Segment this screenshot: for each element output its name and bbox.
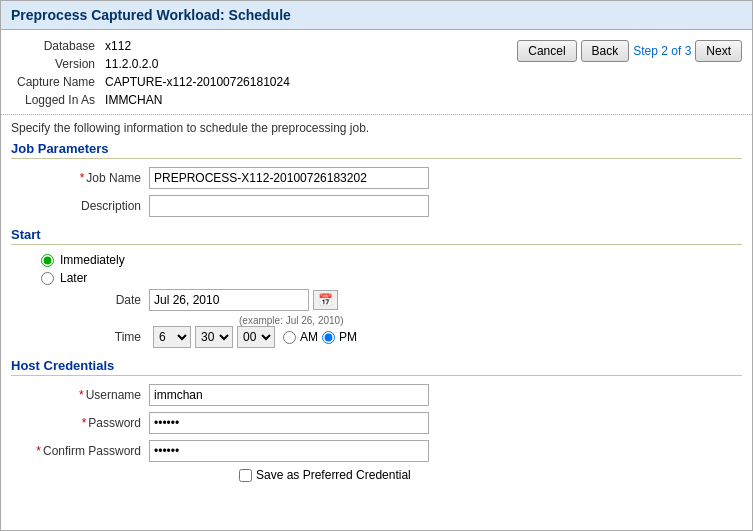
required-star-confirm: * [36, 444, 41, 458]
date-label: Date [31, 293, 141, 307]
instructions: Specify the following information to sch… [1, 115, 752, 141]
cancel-button[interactable]: Cancel [517, 40, 576, 62]
required-star-password: * [82, 416, 87, 430]
am-label: AM [300, 330, 318, 344]
job-name-row: *Job Name [11, 167, 742, 189]
description-row: Description [11, 195, 742, 217]
immediately-radio[interactable] [41, 254, 54, 267]
date-hint: (example: Jul 26, 2010) [11, 315, 742, 326]
host-credentials-title: Host Credentials [11, 358, 742, 376]
header-table: Database x112 Version 11.2.0.2.0 Capture… [11, 36, 296, 110]
logged-in-label: Logged In As [13, 92, 99, 108]
header-info: Database x112 Version 11.2.0.2.0 Capture… [1, 30, 752, 115]
later-radio[interactable] [41, 272, 54, 285]
job-name-input[interactable] [149, 167, 429, 189]
am-pm-group: AM PM [283, 330, 357, 344]
job-parameters-title: Job Parameters [11, 141, 742, 159]
confirm-password-row: *Confirm Password [11, 440, 742, 462]
confirm-password-label: *Confirm Password [31, 444, 141, 458]
time-row: Time 6 12345 789101112 30 00051015202535… [11, 326, 742, 348]
start-title: Start [11, 227, 742, 245]
description-label: Description [31, 199, 141, 213]
time-hour-select[interactable]: 6 12345 789101112 [153, 326, 191, 348]
time-second-select[interactable]: 00 [237, 326, 275, 348]
next-button[interactable]: Next [695, 40, 742, 62]
start-section: Start Immediately Later Date 📅 (example:… [11, 227, 742, 348]
save-credential-checkbox[interactable] [239, 469, 252, 482]
logged-in-value: IMMCHAN [101, 92, 294, 108]
save-credential-row: Save as Preferred Credential [11, 468, 742, 482]
page-title-text: Preprocess Captured Workload: Schedule [11, 7, 291, 23]
header-actions: Cancel Back Step 2 of 3 Next [517, 40, 742, 62]
capture-name-value: CAPTURE-x112-20100726181024 [101, 74, 294, 90]
time-label: Time [31, 330, 141, 344]
pm-radio[interactable] [322, 331, 335, 344]
time-minute-select[interactable]: 30 0005101520253540455055 [195, 326, 233, 348]
password-label: *Password [31, 416, 141, 430]
database-label: Database [13, 38, 99, 54]
back-button[interactable]: Back [581, 40, 630, 62]
page-title: Preprocess Captured Workload: Schedule [1, 1, 752, 30]
pm-label: PM [339, 330, 357, 344]
later-label: Later [60, 271, 87, 285]
step-info: Step 2 of 3 [633, 44, 691, 58]
page-container: Preprocess Captured Workload: Schedule D… [0, 0, 753, 531]
username-label: *Username [31, 388, 141, 402]
password-row: *Password [11, 412, 742, 434]
calendar-icon[interactable]: 📅 [313, 290, 338, 310]
job-parameters-section: Job Parameters *Job Name Description [11, 141, 742, 217]
password-input[interactable] [149, 412, 429, 434]
date-input[interactable] [149, 289, 309, 311]
am-radio[interactable] [283, 331, 296, 344]
job-name-label: *Job Name [31, 171, 141, 185]
database-value: x112 [101, 38, 294, 54]
immediately-radio-group: Immediately [11, 253, 742, 267]
description-input[interactable] [149, 195, 429, 217]
username-input[interactable] [149, 384, 429, 406]
required-star: * [80, 171, 85, 185]
username-row: *Username [11, 384, 742, 406]
save-credential-label: Save as Preferred Credential [256, 468, 411, 482]
instructions-text: Specify the following information to sch… [11, 121, 369, 135]
capture-name-label: Capture Name [13, 74, 99, 90]
immediately-label: Immediately [60, 253, 125, 267]
required-star-username: * [79, 388, 84, 402]
confirm-password-input[interactable] [149, 440, 429, 462]
date-row: Date 📅 [11, 289, 742, 311]
later-radio-group: Later [11, 271, 742, 285]
header-fields: Database x112 Version 11.2.0.2.0 Capture… [11, 36, 296, 110]
version-label: Version [13, 56, 99, 72]
host-credentials-section: Host Credentials *Username *Password *Co… [11, 358, 742, 482]
version-value: 11.2.0.2.0 [101, 56, 294, 72]
